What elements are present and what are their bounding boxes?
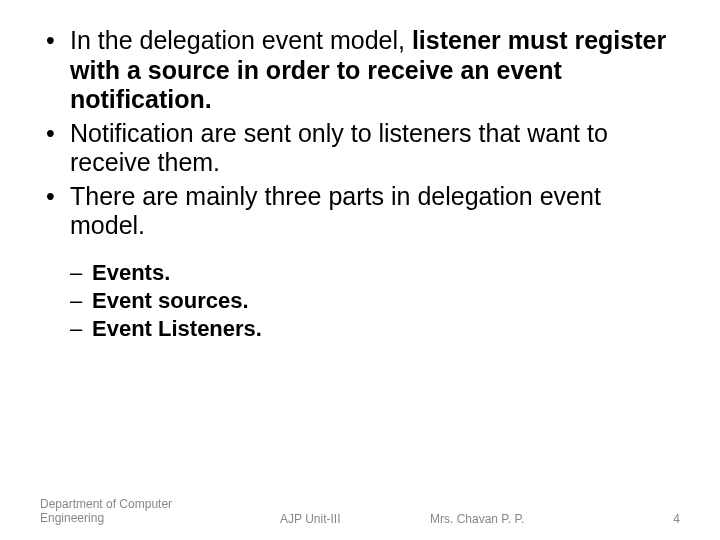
sub-bullet-2: Event sources. — [70, 287, 680, 315]
bullet-1: In the delegation event model, listener … — [40, 26, 680, 115]
main-bullet-list: In the delegation event model, listener … — [40, 26, 680, 241]
bullet-2: Notification are sent only to listeners … — [40, 119, 680, 178]
slide-footer: Department of Computer Engineering AJP U… — [0, 498, 720, 526]
sub-bullet-1: Events. — [70, 259, 680, 287]
footer-author: Mrs. Chavan P. P. — [430, 512, 524, 526]
sub-bullet-3: Event Listeners. — [70, 315, 680, 343]
footer-unit: AJP Unit-III — [280, 512, 340, 526]
slide: In the delegation event model, listener … — [0, 0, 720, 540]
bullet-3: There are mainly three parts in delegati… — [40, 182, 680, 241]
bullet-1-plain: In the delegation event model, — [70, 26, 412, 54]
footer-department: Department of Computer Engineering — [40, 498, 220, 526]
sub-bullet-list: Events. Event sources. Event Listeners. — [70, 259, 680, 343]
footer-page-number: 4 — [673, 512, 680, 526]
